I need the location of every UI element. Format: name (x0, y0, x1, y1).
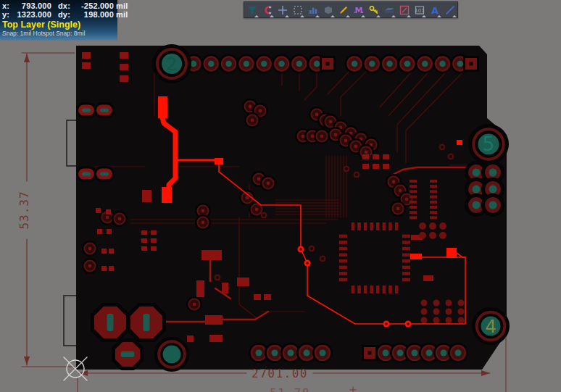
line-icon[interactable] (442, 2, 457, 17)
magnet-icon[interactable] (259, 2, 275, 17)
x-unit: mil (114, 1, 118, 10)
polygon-icon[interactable] (320, 2, 336, 17)
svg-text:101: 101 (415, 8, 424, 14)
mounting-hole-5[interactable]: 5 (468, 124, 509, 164)
mounting-hole-4[interactable]: 4 (472, 307, 510, 345)
y-unit: mil (114, 10, 118, 19)
dropdown-indicator (376, 15, 381, 17)
dropdown-indicator (315, 15, 320, 17)
selection-box-icon[interactable] (290, 2, 305, 17)
pencil-icon[interactable] (336, 2, 351, 17)
dropdown-indicator (346, 15, 350, 17)
dropdown-indicator (270, 15, 274, 17)
measure-icon[interactable]: M (351, 2, 366, 17)
dimension-width-label: 2701.00 (252, 367, 308, 380)
pcb-canvas[interactable]: 234553.372701.0051.78 (0, 0, 561, 392)
svg-text:A: A (431, 5, 438, 16)
dropdown-indicator (407, 15, 411, 17)
x-label: x: (2, 1, 12, 10)
mounting-hole-number: 4 (485, 316, 496, 337)
snap-settings-label: Snap: 1mil Hotspot Snap: 8mil (2, 30, 117, 37)
dropdown-indicator (361, 15, 365, 17)
solid-region-icon[interactable] (381, 2, 396, 17)
crosshair-icon[interactable] (275, 2, 290, 17)
dropdown-indicator (391, 15, 396, 17)
dropdown-indicator (331, 15, 335, 17)
dy-value: 198.000 (70, 10, 114, 19)
pcb-editor-workspace: 234553.372701.0051.78 x: 793.000 dx: -25… (0, 0, 561, 392)
filter-icon[interactable] (244, 2, 259, 17)
dy-label: dy: (51, 10, 70, 19)
y-value: 1323.000 (12, 10, 51, 19)
dx-value: -252.000 (70, 1, 114, 10)
dimension-partial-label: 51.78 (270, 386, 310, 392)
dropdown-indicator (285, 15, 289, 17)
active-layer-label: Top Layer (Single) (2, 20, 117, 30)
cursor-x-row: x: 793.000 dx: -252.000 mil (2, 1, 117, 10)
dropdown-indicator (422, 15, 426, 17)
dropdown-indicator (254, 15, 259, 17)
coordinate-status-panel: x: 793.000 dx: -252.000 mil y: 1323.000 … (0, 0, 117, 41)
dimension-height-label: 53.37 (17, 191, 31, 229)
key-icon[interactable] (366, 2, 381, 17)
keepout-icon[interactable] (396, 2, 412, 17)
y-label: y: (2, 10, 12, 19)
text-icon[interactable]: A (427, 2, 442, 17)
svg-text:M: M (354, 6, 362, 15)
dropdown-indicator (300, 15, 304, 17)
mounting-hole-number: 5 (483, 133, 495, 155)
x-value: 793.000 (12, 1, 51, 10)
cursor-y-row: y: 1323.000 dy: 198.000 mil (2, 10, 117, 19)
mounting-hole-number: 2 (166, 53, 178, 75)
dropdown-indicator (437, 15, 441, 17)
mounting-hole-2[interactable]: 2 (152, 44, 191, 83)
mounting-hole-3[interactable]: 3 (154, 337, 189, 372)
chart-icon[interactable] (305, 2, 320, 17)
dx-label: dx: (51, 1, 70, 10)
rules-icon[interactable]: 101 (412, 2, 427, 17)
mounting-hole-number: 3 (167, 345, 178, 364)
dropdown-indicator (452, 15, 457, 17)
drawing-toolbar: M101A (244, 1, 458, 18)
